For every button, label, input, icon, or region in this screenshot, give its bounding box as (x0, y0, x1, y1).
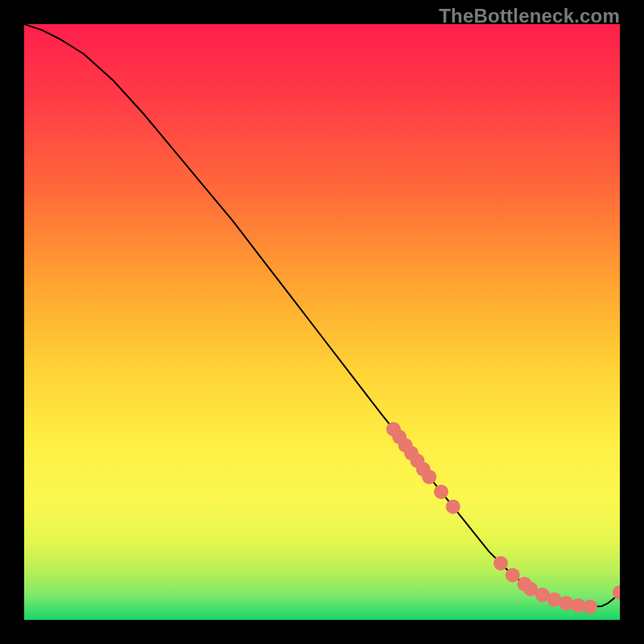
data-point (493, 556, 508, 571)
data-point (583, 600, 597, 614)
data-point (434, 485, 448, 499)
data-point (422, 469, 436, 484)
data-point (559, 596, 573, 610)
chart-plot-area (24, 24, 620, 620)
gradient-background (24, 24, 620, 620)
data-point (506, 568, 520, 583)
chart-svg (24, 24, 620, 620)
data-point (446, 499, 460, 514)
chart-stage: TheBottleneck.com (0, 0, 644, 644)
